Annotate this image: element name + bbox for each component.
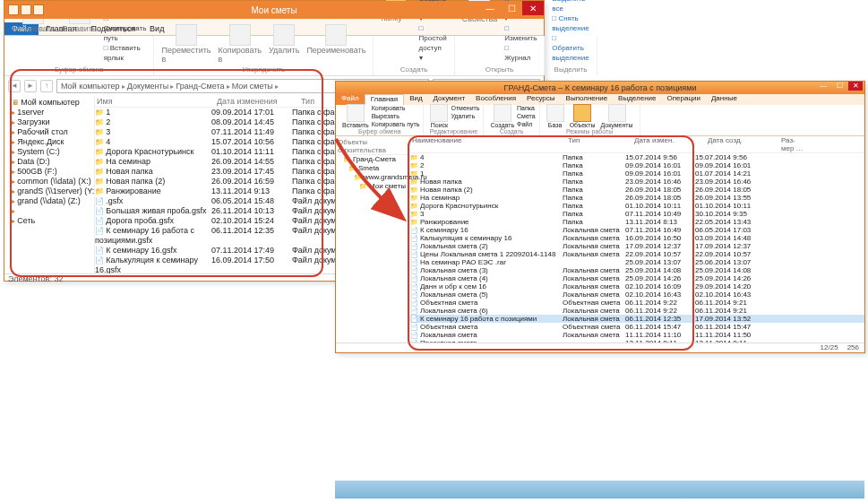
gs-copypath-button[interactable]: Копировать путь (372, 120, 420, 128)
back-button[interactable]: ◄ (8, 80, 21, 92)
explorer-titlebar[interactable]: Мои сметы — ☐ ✕ (4, 1, 544, 19)
minimize-button[interactable]: — (479, 1, 501, 15)
tree-node[interactable]: common (\\data) (X:) (6, 177, 92, 186)
tree-node[interactable]: Загрузки (6, 117, 92, 127)
explorer-ribbon: Копировать Вставить Вырезать Скопировать… (4, 36, 544, 76)
minimize-button[interactable]: — (816, 82, 830, 91)
gs-ribbon: Вставить Копировать Вырезать Копировать … (336, 105, 864, 136)
table-row[interactable]: К семинару 16 работа с позициямиЛокальна… (410, 315, 864, 323)
select-options[interactable]: Выделить все Снять выделение Обратить вы… (548, 0, 592, 64)
gs-copy-button[interactable]: Копировать (372, 104, 420, 112)
tree-node[interactable]: Мои сметы (338, 182, 408, 191)
tree-node[interactable]: System (C:) (6, 147, 92, 157)
qat-icon[interactable] (33, 4, 44, 15)
gs-status-bar: 12/25 256 (336, 343, 864, 354)
gs-new-folder-button[interactable]: Папка (517, 104, 536, 112)
tree-node[interactable]: Рабочий стол (6, 127, 92, 137)
gs-cut-button[interactable]: Вырезать (372, 112, 420, 120)
qat-icon[interactable] (8, 4, 19, 15)
table-row[interactable]: Локальная смета (6)Локальная смета06.11.… (410, 307, 864, 315)
tree-node[interactable] (6, 206, 92, 216)
gs-docs-button[interactable]: Документы (598, 104, 636, 128)
tree-node[interactable]: Сеть (6, 216, 92, 226)
gs-delete-button[interactable]: Удалить (451, 112, 479, 120)
table-row[interactable]: К семинару 16Локальная смета07.11.2014 1… (410, 226, 864, 234)
table-row[interactable]: Новая папкаПапка23.09.2014 16:4623.09.20… (410, 178, 864, 186)
gs-object-list[interactable]: Наименование Тип Дата измен. Дата созд. … (410, 136, 864, 343)
delete-button[interactable]: Удалить (265, 24, 303, 64)
tree-node[interactable]: grandS (\\1server) (Y:) (6, 186, 92, 196)
explorer-title: Мои сметы (4, 5, 544, 15)
gs-objects-button[interactable]: Объекты (567, 104, 598, 128)
close-button[interactable]: ✕ (848, 82, 863, 91)
table-row[interactable]: На семинар РАО ЕЭС .rar25.09.2014 13:072… (410, 258, 864, 266)
table-row[interactable]: Локальная сметаЛокальная смета11.11.2014… (410, 331, 864, 339)
up-button[interactable]: ↑ (40, 80, 53, 92)
maximize-button[interactable]: ☐ (832, 82, 847, 91)
gs-tab[interactable]: Данные (706, 94, 743, 105)
table-row[interactable]: Локальная смета (5)Локальная смета02.10.… (410, 291, 864, 299)
table-row[interactable]: Новая папка (2)Папка26.09.2014 18:0526.0… (410, 186, 864, 194)
table-row[interactable]: Локальная смета (3)Локальная смета25.09.… (410, 266, 864, 274)
tree-node[interactable]: grand (\\data) (Z:) (6, 196, 92, 206)
table-row[interactable]: 1Папка09.09.2014 16:0101.07.2014 14:21 (410, 169, 864, 178)
table-row[interactable]: Локальная смета (2)Локальная смета17.09.… (410, 242, 864, 250)
gs-new-file-button[interactable]: Файл (517, 120, 536, 128)
gs-db-button[interactable]: База (544, 104, 567, 128)
table-row[interactable]: Проектная смета13.11.2014 8:1113.11.2014… (410, 339, 864, 343)
qat-icon[interactable] (21, 4, 31, 15)
table-row[interactable]: На семинарПапка26.09.2014 18:0526.09.201… (410, 194, 864, 202)
table-row[interactable]: Дорога КраснотурьинскПапка01.10.2014 10:… (410, 202, 864, 210)
tree-node[interactable]: 1server (6, 108, 92, 117)
tree-node[interactable]: Гранд-Смета (338, 155, 408, 164)
gs-titlebar[interactable]: ГРАНД-Смета – К семинару 16 работа с поз… (336, 82, 864, 94)
gs-undo-button[interactable]: Отменить (451, 104, 479, 112)
table-row[interactable]: 2Папка09.09.2014 16:0109.09.2014 16:01 (410, 161, 864, 169)
gs-nav-tree[interactable]: Объекты строительства Гранд-СметаSmetaww… (336, 136, 410, 343)
gs-tab[interactable]: Операции (662, 94, 706, 105)
forward-button[interactable]: ► (24, 80, 37, 92)
move-button[interactable]: Переместить в (158, 24, 214, 64)
grandsmeta-window: ГРАНД-Смета – К семинару 16 работа с поз… (335, 81, 865, 353)
table-row[interactable]: Локальная смета (4)Локальная смета25.09.… (410, 274, 864, 282)
gs-create-button[interactable]: Создать (487, 104, 517, 128)
tree-node[interactable]: Data (D:) (6, 157, 92, 167)
table-row[interactable]: 3Папка07.11.2014 10:4930.10.2014 9:35 (410, 210, 864, 218)
table-row[interactable]: РанжированиеПапка13.11.2014 8:1322.05.20… (410, 218, 864, 226)
gs-title: ГРАНД-Смета – К семинару 16 работа с поз… (336, 83, 864, 92)
maximize-button[interactable]: ☐ (501, 1, 522, 15)
tree-node[interactable]: 500GB (F:) (6, 167, 92, 177)
table-row[interactable]: Объектная сметаОбъектная смета06.11.2014… (410, 323, 864, 331)
tree-node[interactable]: www.grandsmeta.ru (338, 173, 408, 182)
bottom-strip (335, 481, 864, 499)
gs-new-estimate-button[interactable]: Смета (517, 112, 536, 120)
rename-button[interactable]: Переименовать (303, 24, 369, 64)
close-button[interactable]: ✕ (522, 1, 544, 15)
table-row[interactable]: Цены Локальная смета 1 22092014-1148Лока… (410, 250, 864, 258)
gs-search-button[interactable]: Поиск (427, 104, 451, 128)
table-row[interactable]: 4Папка15.07.2014 9:5615.07.2014 9:56 (410, 153, 864, 161)
tree-node[interactable]: Яндекс.Диск (6, 137, 92, 147)
tree-node[interactable]: Smeta (338, 164, 408, 173)
explorer-nav-tree[interactable]: Мой компьютер1serverЗагрузкиРабочий стол… (4, 96, 95, 273)
table-row[interactable]: Калькуляция к семинару 16Локальная смета… (410, 234, 864, 242)
table-row[interactable]: Данн и обр к сем 16Локальная смета02.10.… (410, 282, 864, 291)
gs-paste-button[interactable]: Вставить (339, 104, 372, 128)
tree-node[interactable]: Мой компьютер (6, 98, 92, 108)
copy-to-button[interactable]: Копировать в (215, 24, 265, 64)
table-row[interactable]: Объектная сметаОбъектная смета06.11.2014… (410, 299, 864, 307)
list-header[interactable]: Наименование Тип Дата измен. Дата созд. … (410, 136, 864, 153)
